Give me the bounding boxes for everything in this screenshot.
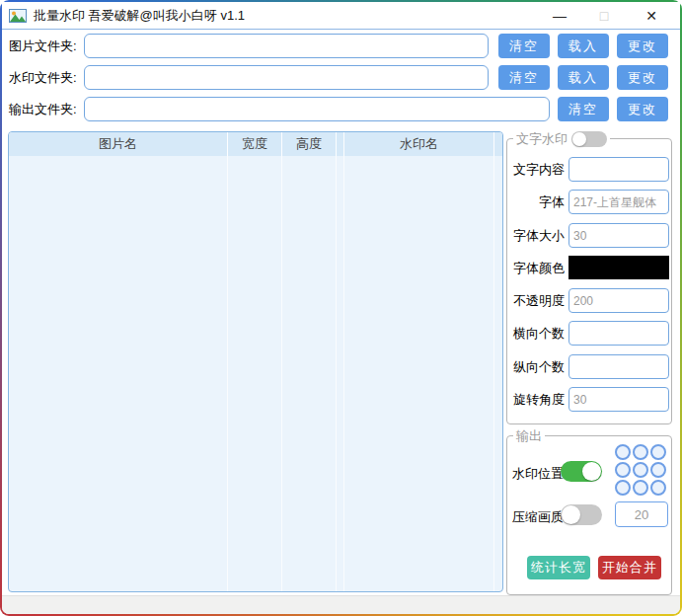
watermark-position-grid <box>615 444 666 496</box>
font-size-input[interactable] <box>568 223 669 248</box>
image-folder-clear-button[interactable]: 清空 <box>498 34 550 58</box>
measure-dimensions-button[interactable]: 统计长宽 <box>527 556 590 579</box>
watermark-folder-change-button[interactable]: 更改 <box>617 65 668 90</box>
rotation-angle-input[interactable] <box>568 387 669 412</box>
font-size-label: 字体大小 <box>509 223 565 248</box>
text-content-label: 文字内容 <box>509 157 565 182</box>
maximize-button[interactable]: □ <box>584 2 624 29</box>
position-option-middle-center[interactable] <box>633 462 648 478</box>
column-header-spacer <box>337 132 344 156</box>
watermark-position-toggle[interactable] <box>561 461 602 482</box>
output-group: 输出 水印位置 压缩画质 统计长宽 开始合并 <box>506 435 672 595</box>
compression-quality-input[interactable] <box>615 501 668 527</box>
position-option-middle-right[interactable] <box>650 462 666 478</box>
opacity-label: 不透明度 <box>509 288 565 313</box>
position-option-top-left[interactable] <box>615 444 631 460</box>
position-option-bottom-right[interactable] <box>650 480 666 496</box>
toggle-knob <box>562 505 580 524</box>
opacity-input[interactable] <box>568 288 669 313</box>
toggle-knob <box>572 132 586 146</box>
position-option-top-center[interactable] <box>633 444 648 460</box>
column-header-height: 高度 <box>282 132 337 156</box>
status-bar <box>2 595 680 614</box>
font-color-label: 字体颜色 <box>509 256 565 280</box>
font-color-swatch[interactable] <box>568 256 669 279</box>
image-folder-input[interactable] <box>84 34 489 58</box>
output-legend: 输出 <box>513 427 545 445</box>
output-folder-change-button[interactable]: 更改 <box>617 97 668 121</box>
start-merge-button[interactable]: 开始合并 <box>598 556 661 579</box>
position-option-top-right[interactable] <box>650 444 666 460</box>
app-window: 批量水印 吾爱破解@叫我小白呀 v1.1 — □ ✕ 图片文件夹: 清空 载入 … <box>0 0 682 616</box>
compression-quality-toggle[interactable] <box>561 504 602 525</box>
horizontal-count-label: 横向个数 <box>509 321 565 346</box>
output-group-title: 输出 <box>516 427 542 445</box>
output-folder-clear-button[interactable]: 清空 <box>558 97 609 121</box>
text-watermark-group-title: 文字水印 <box>516 130 568 148</box>
rotation-angle-label: 旋转角度 <box>509 387 565 412</box>
text-watermark-group: 文字水印 文字内容 字体 字体大小 字体颜色 不透明度 横向个数 纵向个数 旋转… <box>506 138 672 424</box>
app-icon <box>9 9 27 23</box>
watermark-folder-input[interactable] <box>84 65 489 90</box>
image-folder-label: 图片文件夹: <box>9 34 77 58</box>
file-table-header: 图片名 宽度 高度 水印名 <box>9 132 502 156</box>
position-option-middle-left[interactable] <box>615 462 631 478</box>
text-watermark-toggle[interactable] <box>571 131 607 147</box>
output-folder-input[interactable] <box>84 97 550 121</box>
watermark-folder-load-button[interactable]: 载入 <box>558 65 609 90</box>
toggle-knob <box>582 462 601 481</box>
image-folder-load-button[interactable]: 载入 <box>558 34 609 58</box>
text-watermark-legend: 文字水印 <box>513 130 610 148</box>
file-table-body[interactable] <box>9 156 502 591</box>
watermark-folder-label: 水印文件夹: <box>9 65 77 90</box>
vertical-count-input[interactable] <box>568 354 669 379</box>
vertical-count-label: 纵向个数 <box>509 354 565 379</box>
compression-quality-label: 压缩画质 <box>512 508 564 526</box>
watermark-position-label: 水印位置 <box>512 465 564 483</box>
window-title: 批量水印 吾爱破解@叫我小白呀 v1.1 <box>34 7 245 25</box>
text-content-input[interactable] <box>568 157 669 182</box>
close-button[interactable]: ✕ <box>632 2 671 29</box>
column-header-width: 宽度 <box>228 132 282 156</box>
file-table: 图片名 宽度 高度 水印名 <box>8 131 503 592</box>
position-option-bottom-left[interactable] <box>615 480 631 496</box>
column-header-end <box>494 132 502 156</box>
image-folder-change-button[interactable]: 更改 <box>617 34 668 58</box>
font-label: 字体 <box>509 190 565 214</box>
font-input[interactable] <box>568 190 669 214</box>
column-header-image-name: 图片名 <box>9 132 228 156</box>
output-folder-label: 输出文件夹: <box>9 97 77 121</box>
watermark-folder-clear-button[interactable]: 清空 <box>498 65 550 90</box>
position-option-bottom-center[interactable] <box>633 480 648 496</box>
column-header-watermark-name: 水印名 <box>344 132 494 156</box>
minimize-button[interactable]: — <box>540 2 579 29</box>
horizontal-count-input[interactable] <box>568 321 669 346</box>
